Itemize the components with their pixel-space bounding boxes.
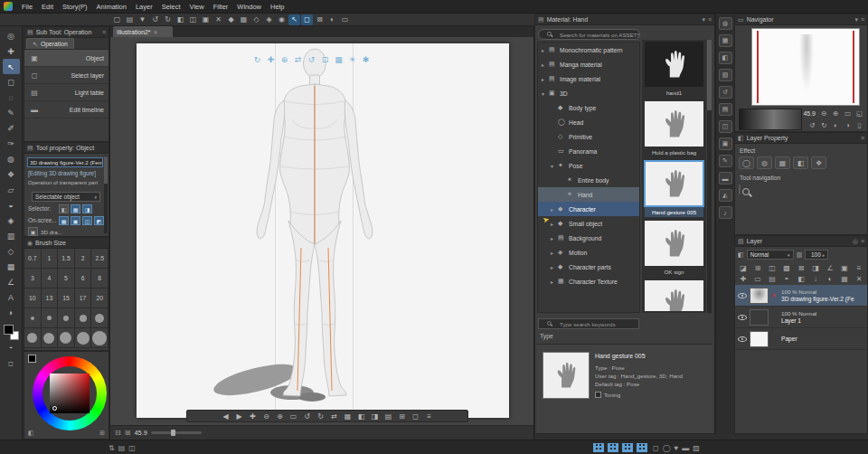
material-menu-icon[interactable]: ≡ <box>708 16 712 23</box>
zoom-in-icon[interactable]: ⊕ <box>275 412 286 421</box>
color-wheel-settings-icon[interactable]: ⊞ <box>99 430 105 437</box>
navigator-preview[interactable] <box>751 28 860 106</box>
bar-status-icon[interactable]: ▬ <box>682 444 689 452</box>
subtool-item[interactable]: ▤ Light table <box>24 84 108 101</box>
workspace-layout-1-icon[interactable] <box>593 443 604 452</box>
dock-color-wheel-icon[interactable]: ◍ <box>719 17 732 30</box>
brush-size-preview-cell[interactable] <box>91 308 108 328</box>
type-filter-label[interactable]: Type <box>540 333 553 339</box>
translucent-selection-icon[interactable]: ◻ <box>301 14 313 25</box>
text-tool-icon[interactable]: A <box>3 289 20 305</box>
brush-tool-icon[interactable]: ✑ <box>3 136 20 151</box>
dock-info-icon[interactable]: ◭ <box>719 189 732 202</box>
toning-checkbox[interactable] <box>595 392 601 398</box>
move-tool-icon[interactable]: ✚ <box>3 43 20 59</box>
tree-expand-icon[interactable]: ▸ <box>549 235 555 241</box>
material-tree-item[interactable]: ▸ ◆ Character parts <box>538 260 639 274</box>
layer-name[interactable]: Paper <box>781 336 864 343</box>
onscreen-button-3[interactable]: ◫ <box>82 216 92 225</box>
menu-item[interactable]: View <box>185 0 209 14</box>
brush-size-preview-cell[interactable] <box>24 308 42 328</box>
brush-size-cell[interactable]: 15 <box>58 288 75 308</box>
blend-mode-dropdown[interactable]: Normal ▾ <box>747 250 794 260</box>
airbrush-tool-icon[interactable]: ◍ <box>3 151 20 166</box>
dock-color-set-icon[interactable]: ▦ <box>719 34 732 47</box>
selector-button-2[interactable]: ▦ <box>71 204 80 213</box>
material-tree-item[interactable]: ▸ ▤ Image material <box>538 71 639 86</box>
canvas-tab[interactable]: Illustration2* ✕ <box>113 26 173 37</box>
fill-tool-icon[interactable]: ◈ <box>3 213 20 228</box>
apply-mask-icon[interactable]: ▦ <box>838 273 851 284</box>
snap-special-ruler-icon[interactable]: ◈ <box>263 14 275 25</box>
brush-size-cell[interactable]: 8 <box>91 269 108 288</box>
tree-expand-icon[interactable]: ▸ <box>540 76 546 82</box>
material-tree-item[interactable]: ▸ ▤ Background <box>538 231 639 245</box>
frame-tool-icon[interactable]: ◻ <box>653 444 659 452</box>
draft-layer-icon[interactable]: ▩ <box>780 262 793 273</box>
onscreen-button-1[interactable]: ▦ <box>59 216 69 225</box>
material-thumbnail-image[interactable] <box>645 161 703 206</box>
transfer-layer-icon[interactable]: ◓ <box>780 273 793 284</box>
lock-transparent-icon[interactable]: ◫ <box>766 262 778 273</box>
new-file-icon[interactable]: ▢ <box>111 14 123 25</box>
layer-thumbnail[interactable] <box>750 309 769 326</box>
next-pose-icon[interactable]: ▶ <box>234 412 245 421</box>
material-tree-item[interactable]: ▭ Panorama <box>538 144 639 158</box>
menu-icon[interactable]: ≡ <box>424 412 435 421</box>
flip-horizontal-icon[interactable]: ⇄ <box>329 412 340 421</box>
material-thumbnail-image[interactable] <box>645 280 703 311</box>
brush-size-cell[interactable]: 5 <box>58 269 75 288</box>
layer-thumbnail[interactable] <box>750 331 769 347</box>
new-raster-layer-icon[interactable]: ✚ <box>737 273 750 284</box>
subtool-item[interactable]: ◻ Select layer <box>24 67 108 84</box>
brush-size-cell[interactable]: 1.5 <box>58 249 75 269</box>
subtool-item[interactable]: ▣ Object <box>24 50 108 67</box>
workspace-layout-3-icon[interactable] <box>622 443 633 452</box>
brush-size-preview-cell[interactable] <box>75 308 92 328</box>
brush-size-cell[interactable]: 10 <box>24 288 42 308</box>
material-collapse-icon[interactable]: ▾ <box>702 16 705 24</box>
selector-button-1[interactable]: ◧ <box>59 204 69 213</box>
saturation-value-square[interactable] <box>50 374 90 413</box>
material-tree-item[interactable]: ▸ ▤ Monochromatic pattern <box>538 43 639 57</box>
timeline-toggle-icon[interactable]: ▤ <box>118 444 126 452</box>
eraser-tool-icon[interactable]: ▱ <box>3 182 20 197</box>
layer-name[interactable]: Layer 1 <box>781 317 864 325</box>
brush-size-preview-cell[interactable] <box>42 328 59 348</box>
create-mask-icon[interactable]: ◐ <box>824 273 836 284</box>
grid-icon[interactable]: ▦ <box>238 14 250 25</box>
light-source-icon[interactable]: ☀ <box>346 54 358 65</box>
dock-material-icon[interactable]: ▤ <box>719 103 732 116</box>
object-rotate-icon[interactable]: ↺ <box>306 54 317 65</box>
material-thumbnail[interactable] <box>642 279 706 311</box>
eyedropper-tool-icon[interactable]: ◗ <box>3 305 20 320</box>
brush-size-preview-cell[interactable] <box>58 328 75 348</box>
brush-size-preview-cell[interactable] <box>91 328 108 348</box>
combine-layer-icon[interactable]: ◧ <box>795 273 807 284</box>
object-name-box[interactable]: 3D drawing figure-Ver.2 (Female <box>27 157 103 167</box>
selectable-object-dropdown[interactable]: Selectable object ▾ <box>32 192 100 202</box>
nav-rotate-left-icon[interactable]: ↺ <box>807 121 817 129</box>
tree-expand-icon[interactable]: ▾ <box>540 90 546 97</box>
brush-size-cell[interactable]: 0.7 <box>24 249 42 269</box>
brush-size-preview-cell[interactable] <box>24 328 42 348</box>
dock-brush-icon[interactable]: ✎ <box>719 155 732 167</box>
material-thumbnail-image[interactable] <box>645 221 703 266</box>
material-thumbnail-image[interactable] <box>645 101 703 147</box>
material-tree-item[interactable]: ▾ ▣ 3D <box>538 86 639 100</box>
reference-layer-icon[interactable]: ❖ <box>811 156 826 169</box>
new-folder-icon[interactable]: ▤ <box>766 273 778 284</box>
invert-selection-icon[interactable]: ◐ <box>326 14 338 25</box>
selection-mode-icon[interactable]: ↖ <box>288 14 300 25</box>
material-thumbnail[interactable]: Hand gesture 005 <box>642 159 706 219</box>
tree-expand-icon[interactable]: ▸ <box>549 206 555 213</box>
ruler-range-icon[interactable]: ∠ <box>824 262 836 273</box>
layer-thumbnail[interactable] <box>750 288 769 304</box>
brush-size-cell[interactable]: 20 <box>91 288 108 308</box>
redo-icon[interactable]: ↻ <box>162 14 174 25</box>
figure-tool-icon[interactable]: ◇ <box>3 243 20 259</box>
operation-tool-icon[interactable]: ↖ <box>3 59 20 74</box>
layer-property-menu-icon[interactable]: ≡ <box>861 135 864 141</box>
tool-property-scrollbar[interactable] <box>104 156 108 233</box>
material-thumbnail[interactable]: Hold a plastic bag <box>642 99 706 159</box>
